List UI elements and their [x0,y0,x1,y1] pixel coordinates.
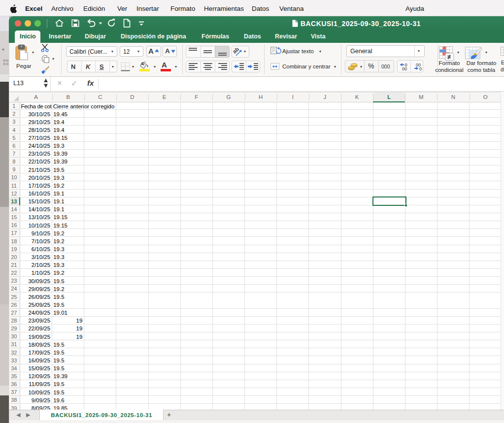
svg-text:0: 0 [419,66,422,71]
svg-text:00: 00 [402,66,407,71]
svg-text:≠: ≠ [447,53,451,61]
